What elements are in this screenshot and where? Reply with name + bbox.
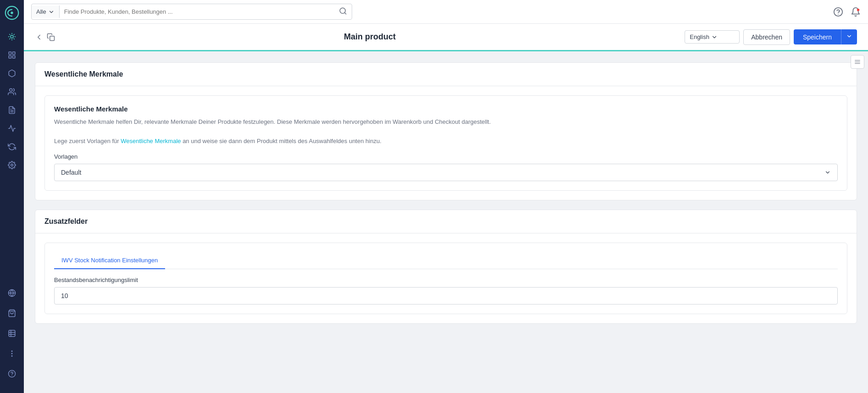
sidebar-icon-products[interactable] <box>4 65 20 82</box>
save-dropdown-button[interactable] <box>841 29 857 44</box>
svg-rect-28 <box>50 36 55 40</box>
filter-chevron-icon <box>48 9 55 15</box>
desc-text-2: Lege zuerst Vorlagen für <box>54 138 121 144</box>
wesentliche-merkmale-section: Wesentliche Merkmale Wesentliche Merkmal… <box>35 62 857 200</box>
back-arrow-icon <box>35 33 43 41</box>
wesentliche-merkmale-desc: Wesentliche Merkmale helfen Dir, relevan… <box>54 117 838 146</box>
search-input[interactable] <box>60 6 334 18</box>
desc-text-1: Wesentliche Merkmale helfen Dir, relevan… <box>54 118 491 125</box>
desc-text-3: an und weise sie dann dem Produkt mittel… <box>181 138 381 144</box>
bestand-input[interactable] <box>54 287 838 304</box>
svg-point-18 <box>11 353 12 354</box>
svg-point-2 <box>11 35 13 38</box>
help-circle-icon <box>833 7 843 17</box>
cancel-button[interactable]: Abbrechen <box>743 29 790 45</box>
sidebar-icon-sync[interactable] <box>4 138 20 155</box>
svg-point-19 <box>11 351 12 352</box>
search-container: Alle <box>31 4 352 20</box>
topbar: Alle <box>24 0 868 24</box>
language-selector[interactable]: English <box>685 30 740 44</box>
wesentliche-merkmale-inner-card: Wesentliche Merkmale Wesentliche Merkmal… <box>44 95 847 191</box>
svg-point-20 <box>11 356 12 357</box>
sidebar-icon-help[interactable] <box>4 365 20 382</box>
svg-rect-4 <box>13 52 15 54</box>
svg-rect-14 <box>9 330 15 337</box>
sidebar-icon-orders[interactable] <box>4 102 20 118</box>
save-chevron-icon <box>846 33 852 39</box>
main-area: Alle Main product <box>24 0 868 393</box>
header-bar: Main product English Abbrechen Speichern <box>24 24 868 51</box>
sidebar-icon-globe[interactable] <box>4 285 20 301</box>
sidebar-icon-users[interactable] <box>4 83 20 100</box>
wesentliche-merkmale-header: Wesentliche Merkmale <box>35 63 857 86</box>
sidebar-icon-dashboard[interactable] <box>4 28 20 45</box>
sidebar-icon-table[interactable] <box>4 325 20 342</box>
header-nav-icons <box>35 33 55 41</box>
language-chevron-icon <box>711 34 718 40</box>
content-main: Wesentliche Merkmale Wesentliche Merkmal… <box>35 62 857 382</box>
content-area: Wesentliche Merkmale Wesentliche Merkmal… <box>24 51 868 393</box>
sidebar-icon-marketing[interactable] <box>4 120 20 137</box>
search-icon <box>339 7 347 15</box>
header-actions: English Abbrechen Speichern <box>685 29 857 45</box>
back-button[interactable] <box>35 33 43 41</box>
sidebar-icon-settings[interactable] <box>4 157 20 173</box>
svg-point-27 <box>857 8 860 11</box>
save-button[interactable]: Speichern <box>794 29 841 44</box>
wesentliche-merkmale-body: Wesentliche Merkmale Wesentliche Merkmal… <box>35 86 857 200</box>
zusatzfelder-body: IWV Stock Notification Einstellungen Bes… <box>35 233 857 323</box>
sidebar-icon-grid[interactable] <box>4 47 20 63</box>
tab-iwv-label: IWV Stock Notification Einstellungen <box>61 257 158 264</box>
bestand-label: Bestandsbenachrichtigungslimit <box>54 277 838 283</box>
wesentliche-merkmale-title: Wesentliche Merkmale <box>44 70 123 78</box>
search-filter-label: Alle <box>36 8 46 15</box>
notifications-button[interactable] <box>851 7 861 17</box>
svg-rect-3 <box>9 52 11 54</box>
svg-point-7 <box>10 89 12 91</box>
search-filter-button[interactable]: Alle <box>32 6 60 18</box>
panel-toggle-icon <box>854 59 861 65</box>
svg-rect-5 <box>9 56 11 58</box>
topbar-right <box>833 7 861 17</box>
page-title: Main product <box>61 32 679 42</box>
help-button[interactable] <box>833 7 843 17</box>
sidebar <box>0 0 24 393</box>
sidebar-icon-store[interactable] <box>4 305 20 321</box>
copy-button[interactable] <box>47 33 55 41</box>
svg-line-24 <box>344 12 346 14</box>
vorlagen-label: Vorlagen <box>54 153 838 160</box>
zusatzfelder-inner-card: IWV Stock Notification Einstellungen Bes… <box>44 243 847 314</box>
wesentliche-merkmale-link[interactable]: Wesentliche Merkmale <box>121 138 181 144</box>
svg-point-1 <box>11 11 13 14</box>
tab-bar: IWV Stock Notification Einstellungen <box>54 252 838 269</box>
wesentliche-merkmale-inner-title: Wesentliche Merkmale <box>54 105 838 113</box>
sidebar-panel-toggle-button[interactable] <box>851 55 864 69</box>
zusatzfelder-title: Zusatzfelder <box>44 217 88 225</box>
svg-rect-6 <box>13 56 15 58</box>
bell-icon <box>851 7 861 17</box>
app-logo[interactable] <box>4 5 20 21</box>
sidebar-icon-more[interactable] <box>4 345 20 362</box>
svg-point-10 <box>11 164 13 166</box>
save-button-group: Speichern <box>794 29 857 44</box>
vorlagen-chevron-icon <box>824 169 831 176</box>
tab-iwv-stock[interactable]: IWV Stock Notification Einstellungen <box>54 252 165 269</box>
vorlagen-value: Default <box>61 169 81 176</box>
zusatzfelder-section: Zusatzfelder IWV Stock Notification Eins… <box>35 210 857 324</box>
copy-icon <box>47 33 55 41</box>
language-label: English <box>690 33 709 40</box>
search-submit-button[interactable] <box>334 4 352 19</box>
zusatzfelder-header: Zusatzfelder <box>35 210 857 233</box>
vorlagen-dropdown[interactable]: Default <box>54 164 838 181</box>
